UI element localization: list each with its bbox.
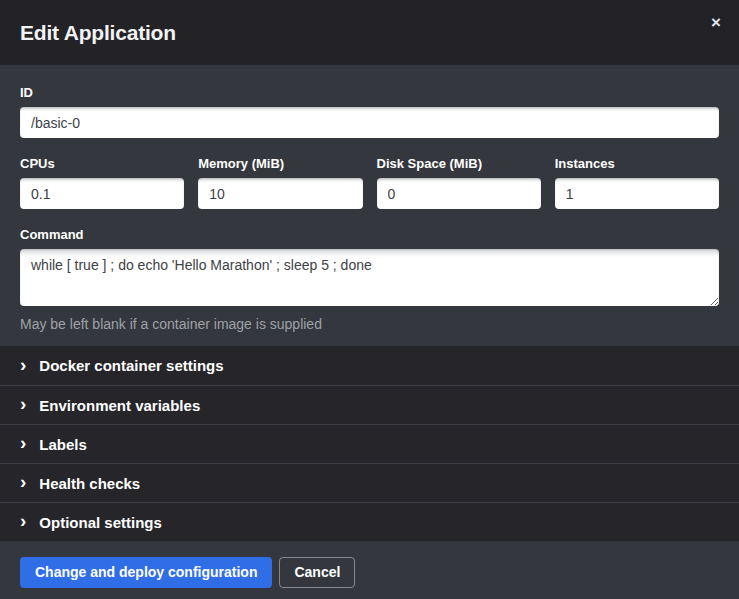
disk-label: Disk Space (MiB) <box>377 156 541 171</box>
cpus-field-group: CPUs <box>20 156 184 209</box>
section-optional-settings[interactable]: › Optional settings <box>0 502 739 541</box>
instances-label: Instances <box>555 156 719 171</box>
section-label: Optional settings <box>39 514 162 531</box>
command-textarea[interactable]: while [ true ] ; do echo 'Hello Marathon… <box>20 249 719 306</box>
command-field-group: Command while [ true ] ; do echo 'Hello … <box>20 227 719 332</box>
instances-field-group: Instances <box>555 156 719 209</box>
id-input[interactable] <box>20 107 719 138</box>
accordion: › Docker container settings › Environmen… <box>0 346 739 541</box>
section-label: Environment variables <box>39 397 200 414</box>
instances-input[interactable] <box>555 178 719 209</box>
cancel-button[interactable]: Cancel <box>279 557 355 588</box>
cpus-input[interactable] <box>20 178 184 209</box>
command-label: Command <box>20 227 719 242</box>
memory-label: Memory (MiB) <box>198 156 362 171</box>
chevron-right-icon: › <box>20 472 26 491</box>
cpus-label: CPUs <box>20 156 184 171</box>
modal-footer: Change and deploy configuration Cancel <box>0 541 739 599</box>
change-and-deploy-button[interactable]: Change and deploy configuration <box>20 557 272 588</box>
section-labels[interactable]: › Labels <box>0 424 739 463</box>
id-field-group: ID <box>20 85 719 138</box>
memory-input[interactable] <box>198 178 362 209</box>
section-environment-variables[interactable]: › Environment variables <box>0 385 739 424</box>
chevron-right-icon: › <box>20 355 26 374</box>
section-health-checks[interactable]: › Health checks <box>0 463 739 502</box>
disk-input[interactable] <box>377 178 541 209</box>
section-label: Docker container settings <box>39 357 223 374</box>
chevron-right-icon: › <box>20 511 26 530</box>
command-help-text: May be left blank if a container image i… <box>20 316 719 332</box>
close-icon: × <box>711 13 721 32</box>
disk-field-group: Disk Space (MiB) <box>377 156 541 209</box>
resources-row: CPUs Memory (MiB) Disk Space (MiB) Insta… <box>20 156 719 209</box>
modal-title: Edit Application <box>20 21 176 45</box>
section-label: Labels <box>39 436 87 453</box>
section-label: Health checks <box>39 475 140 492</box>
chevron-right-icon: › <box>20 394 26 413</box>
chevron-right-icon: › <box>20 433 26 452</box>
modal-header: Edit Application × <box>0 0 739 65</box>
edit-application-modal: Edit Application × ID CPUs Memory (MiB) … <box>0 0 739 599</box>
modal-form: ID CPUs Memory (MiB) Disk Space (MiB) In… <box>0 65 739 346</box>
id-label: ID <box>20 85 719 100</box>
memory-field-group: Memory (MiB) <box>198 156 362 209</box>
section-docker-container-settings[interactable]: › Docker container settings <box>0 346 739 385</box>
close-button[interactable]: × <box>707 12 725 33</box>
